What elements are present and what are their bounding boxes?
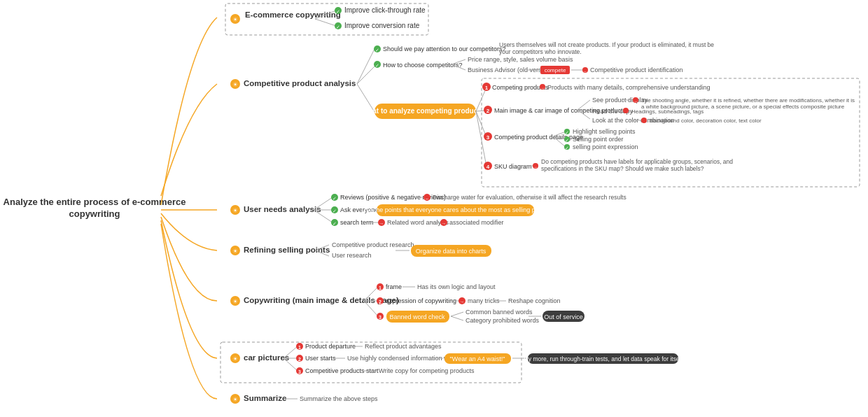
item-product-display: See product display: [592, 97, 648, 104]
svg-point-45: [623, 108, 629, 113]
item-out-of-service: Out of service: [544, 313, 583, 320]
svg-line-111: [451, 316, 463, 320]
svg-line-4: [315, 19, 336, 26]
svg-text:3: 3: [298, 369, 301, 374]
item-clickthrough: Improve click-through rate: [344, 6, 426, 14]
svg-line-12: [357, 66, 374, 84]
svg-text:✓: ✓: [565, 146, 569, 150]
svg-line-70: [314, 210, 332, 222]
svg-line-68: [314, 197, 332, 210]
svg-text:✓: ✓: [565, 138, 569, 143]
item-frame: frame: [386, 283, 402, 290]
item-ask-detail: Use the points that everyone cares about…: [361, 206, 549, 213]
svg-text:☀: ☀: [232, 207, 238, 214]
svg-text:☀: ☀: [232, 16, 238, 23]
item-details-page: Competing product details page: [494, 134, 583, 141]
item-pay-detail1: Users themselves will not create product…: [499, 41, 714, 48]
svg-text:→: →: [379, 221, 384, 226]
item-selling-order: Selling point order: [573, 136, 624, 143]
item-competitive-research: Competitive product research: [332, 241, 414, 248]
item-organize-chart: Organize data into charts: [416, 248, 486, 255]
item-common-banned: Common banned words: [465, 309, 533, 316]
item-sku-detail1: Do competing products have labels for ap…: [541, 158, 733, 165]
svg-text:✓: ✓: [332, 221, 337, 226]
svg-text:2: 2: [298, 357, 301, 362]
svg-text:4: 4: [486, 164, 490, 170]
item-expression: expression of copywriting: [386, 297, 456, 304]
svg-line-117: [284, 346, 298, 358]
item-try-more: Try more, run through-train tests, and l…: [523, 355, 683, 362]
svg-text:→: →: [442, 221, 447, 226]
svg-text:☀: ☀: [232, 298, 238, 305]
svg-line-110: [451, 312, 463, 316]
item-bg-color: Background color, decoration color, text…: [650, 118, 762, 124]
svg-text:1: 1: [485, 85, 489, 91]
svg-text:3: 3: [486, 134, 490, 141]
svg-line-11: [357, 49, 374, 84]
item-reflect: Reflect product advantages: [365, 343, 442, 350]
item-sku: SKU diagram: [494, 163, 532, 170]
item-write-copy: Write copy for competing products: [379, 367, 475, 374]
svg-text:2: 2: [379, 299, 382, 304]
main-title: Analyze the entire process of e-commerce: [4, 197, 186, 207]
item-highlight: Highlight selling points: [573, 128, 636, 135]
item-conversion: Improve conversion rate: [344, 22, 420, 29]
item-business: Business Advisor (old version): [468, 66, 552, 73]
svg-text:compete: compete: [545, 67, 566, 73]
item-shooting: The shooting angle, whether it is refine…: [641, 97, 855, 104]
svg-text:☀: ☀: [232, 248, 238, 255]
svg-text:✓: ✓: [565, 130, 569, 135]
car-pictures-label: car pictures: [244, 353, 289, 362]
svg-text:✓: ✓: [375, 48, 379, 52]
item-what-analyze: What to analyze competing products?: [362, 107, 489, 115]
svg-text:→: →: [460, 299, 465, 304]
competitive-label: Competitive product analysis: [244, 79, 356, 87]
svg-text:✓: ✓: [332, 196, 337, 201]
svg-text:→: →: [634, 99, 638, 104]
item-banned: Banned word check: [389, 313, 445, 320]
svg-text:1: 1: [379, 285, 382, 290]
summarize-label: Summarize: [244, 394, 286, 402]
svg-text:☀: ☀: [232, 81, 238, 88]
svg-text:✓: ✓: [375, 63, 379, 68]
svg-text:1: 1: [298, 345, 301, 350]
item-condensed: Use highly condensed information words: [347, 355, 461, 362]
svg-line-119: [284, 358, 298, 371]
svg-point-47: [641, 118, 647, 123]
item-user-starts: User starts: [305, 355, 336, 362]
item-many-details: Products with many details, comprehensiv…: [547, 84, 710, 91]
svg-text:–: –: [426, 196, 428, 201]
svg-text:✓: ✓: [332, 208, 337, 213]
svg-text:✓: ✓: [336, 24, 340, 29]
item-pay-detail2: your competitors who innovate.: [499, 48, 582, 55]
item-selling-expr: selling point expression: [573, 143, 638, 150]
svg-text:→: →: [540, 86, 545, 90]
item-sku-detail2: specifications in the SKU map? Should we…: [541, 165, 704, 172]
item-price: Price range, style, sales volume basis: [468, 56, 573, 63]
item-reshape: Reshape cognition: [508, 297, 561, 304]
svg-text:☀: ☀: [232, 396, 238, 403]
item-choose: How to choose competitors?: [383, 62, 463, 69]
item-user-research: User research: [332, 252, 372, 259]
svg-text:3: 3: [379, 315, 382, 320]
item-frame-detail: Has its own logic and layout: [417, 283, 496, 290]
svg-text:✓: ✓: [336, 9, 340, 14]
svg-text:→: →: [533, 165, 538, 169]
main-subtitle: copywriting: [69, 208, 120, 219]
svg-text:☀: ☀: [232, 355, 238, 362]
item-headings: Headings, subheadings, tags: [631, 108, 704, 115]
item-waist: "Wear an A4 waist!": [450, 355, 505, 362]
svg-text:2: 2: [486, 108, 490, 114]
item-competitive-id: Competitive product identification: [590, 66, 683, 73]
item-associated: associated modifier: [449, 219, 504, 226]
item-discharge: Discharge water for evaluation, otherwis…: [433, 194, 626, 201]
item-summarize-above: Summarize the above steps: [300, 395, 378, 402]
copywriting-label: Copywriting (main image & details page): [244, 296, 399, 304]
item-category-banned: Category prohibited words: [465, 317, 540, 324]
item-product-dep: Product departure: [305, 343, 356, 350]
user-needs-label: User needs analysis: [244, 205, 321, 213]
